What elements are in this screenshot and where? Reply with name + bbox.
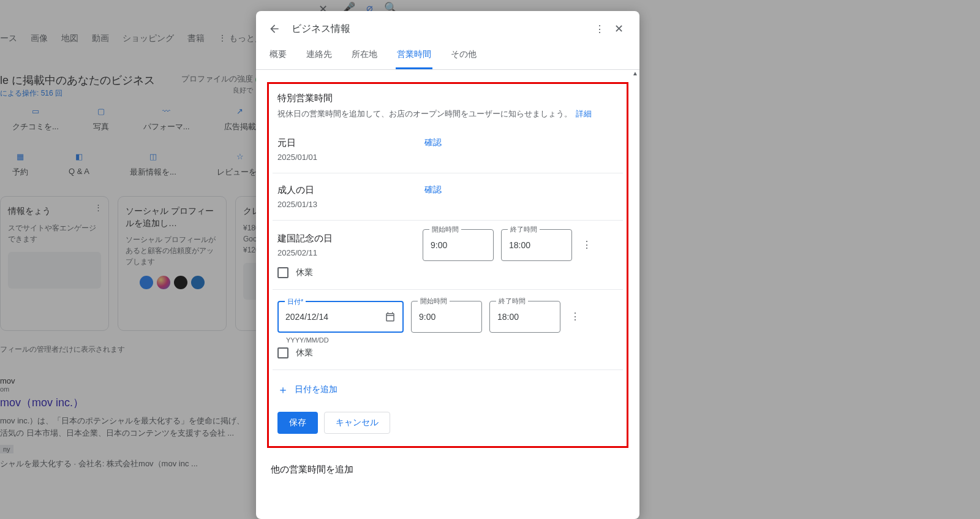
plus-icon: ＋: [277, 382, 288, 397]
button-row: 保存 キャンセル: [273, 409, 623, 438]
holiday-name: 元日: [277, 137, 424, 149]
confirm-link[interactable]: 確認: [424, 137, 442, 148]
closed-label: 休業: [296, 267, 313, 278]
end-time-label: 終了時間: [508, 225, 540, 234]
special-hours-section: 特別営業時間 祝休日の営業時間を追加して、お店のオープン時間をユーザーに知らせま…: [267, 82, 628, 448]
start-time-input[interactable]: 開始時間 9:00: [411, 301, 482, 333]
closed-checkbox-row: 休業: [273, 263, 623, 290]
add-date-button[interactable]: ＋ 日付を追加: [273, 370, 623, 409]
modal-body: ▲ 特別営業時間 祝休日の営業時間を追加して、お店のオープン時間をユーザーに知ら…: [256, 70, 639, 519]
tab-location[interactable]: 所在地: [350, 42, 379, 69]
closed-checkbox-row-2: 休業: [273, 344, 623, 370]
start-time-label: 開始時間: [429, 225, 461, 234]
confirm-link[interactable]: 確認: [424, 184, 442, 195]
save-button[interactable]: 保存: [277, 412, 318, 434]
cancel-button[interactable]: キャンセル: [324, 412, 390, 434]
modal-more-icon[interactable]: ⋮: [589, 23, 611, 35]
start-time-input[interactable]: 開始時間 9:00: [423, 229, 494, 261]
holiday-row-ganjitsu: 元日 2025/01/01 確認: [273, 126, 623, 173]
scroll-up-icon[interactable]: ▲: [632, 70, 638, 77]
row-more-icon[interactable]: ⋮: [579, 239, 594, 251]
modal-close-icon[interactable]: ✕: [611, 22, 627, 36]
end-time-input[interactable]: 終了時間 18:00: [501, 229, 572, 261]
holiday-row-kenkoku: 建国記念の日 2025/02/11 開始時間 9:00 終了時間 18:00 ⋮: [273, 221, 623, 263]
closed-checkbox[interactable]: [277, 267, 288, 278]
calendar-icon[interactable]: [385, 311, 396, 322]
holiday-row-seijin: 成人の日 2025/01/13 確認: [273, 173, 623, 221]
tab-hours[interactable]: 営業時間: [396, 42, 432, 69]
modal-header: ビジネス情報 ⋮ ✕: [256, 11, 639, 42]
holiday-name: 建国記念の日: [277, 233, 415, 244]
start-time-label: 開始時間: [418, 297, 450, 306]
business-info-modal: ビジネス情報 ⋮ ✕ 概要 連絡先 所在地 営業時間 その他 ▲ 特別営業時間 …: [256, 11, 639, 519]
closed-checkbox[interactable]: [277, 347, 288, 358]
date-input-label: 日付*: [285, 297, 306, 306]
modal-title: ビジネス情報: [292, 23, 589, 36]
learn-more-link[interactable]: 詳細: [576, 109, 592, 118]
holiday-name: 成人の日: [277, 184, 424, 196]
date-input[interactable]: 日付* 2024/12/14: [277, 301, 404, 333]
closed-label: 休業: [296, 347, 313, 358]
row-more-icon[interactable]: ⋮: [568, 311, 582, 322]
tab-other[interactable]: その他: [450, 42, 478, 69]
section-title: 特別営業時間: [277, 93, 618, 104]
back-arrow-icon[interactable]: [268, 23, 281, 35]
other-hours-section[interactable]: 他の営業時間を追加: [256, 453, 639, 487]
end-time-label: 終了時間: [496, 297, 528, 306]
holiday-date: 2025/01/13: [277, 200, 424, 209]
tab-overview[interactable]: 概要: [268, 42, 288, 69]
holiday-date: 2025/01/01: [277, 153, 424, 162]
end-time-input[interactable]: 終了時間 18:00: [489, 301, 560, 333]
tab-contact[interactable]: 連絡先: [305, 42, 333, 69]
modal-tabs: 概要 連絡先 所在地 営業時間 その他: [256, 42, 639, 70]
date-helper-text: YYYY/MM/DD: [286, 336, 623, 344]
holiday-date: 2025/02/11: [277, 248, 415, 257]
section-description: 祝休日の営業時間を追加して、お店のオープン時間をユーザーに知らせましょう。詳細: [277, 108, 618, 120]
custom-date-row: 日付* 2024/12/14 開始時間 9:00 終了時間 18:00 ⋮: [273, 290, 623, 335]
